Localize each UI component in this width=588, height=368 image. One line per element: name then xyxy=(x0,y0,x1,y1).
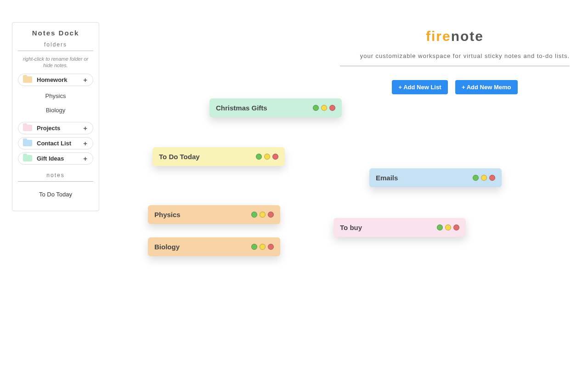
hero: firenote your customizable workspace for… xyxy=(340,29,570,94)
loose-note-todo-today[interactable]: To Do Today xyxy=(18,186,93,202)
sticky-title: To Do Today xyxy=(159,153,200,161)
close-icon[interactable] xyxy=(268,212,274,218)
hero-buttons: + Add New List + Add New Memo xyxy=(340,80,570,94)
minimize-icon[interactable] xyxy=(313,105,319,111)
color-icon[interactable] xyxy=(321,105,327,111)
color-icon[interactable] xyxy=(445,224,451,230)
notes-dock: Notes Dock folders right-click to rename… xyxy=(12,22,99,211)
color-icon[interactable] xyxy=(260,244,266,250)
folder-contact-list[interactable]: Contact List + xyxy=(18,137,93,150)
folder-homework[interactable]: Homework + xyxy=(18,74,93,86)
sticky-title: Biology xyxy=(154,243,180,251)
sticky-title: Emails xyxy=(376,174,398,182)
dock-notes-label: notes xyxy=(18,172,93,178)
folder-label: Contact List xyxy=(37,140,78,147)
sticky-controls xyxy=(437,224,459,230)
color-icon[interactable] xyxy=(264,154,270,160)
close-icon[interactable] xyxy=(453,224,459,230)
folder-gift-ideas[interactable]: Gift Ideas + xyxy=(18,152,93,165)
sticky-note[interactable]: To Do Today xyxy=(153,147,285,166)
sticky-controls xyxy=(251,212,274,218)
dock-hint: right-click to rename folder or hide not… xyxy=(18,56,93,69)
folder-label: Projects xyxy=(37,125,78,132)
close-icon[interactable] xyxy=(329,105,335,111)
add-note-button[interactable]: + xyxy=(82,76,88,83)
brand-logo: firenote xyxy=(340,29,570,44)
folder-homework-children: Physics Biology xyxy=(18,89,93,117)
folder-icon xyxy=(23,125,32,131)
dock-title: Notes Dock xyxy=(18,29,93,37)
close-icon[interactable] xyxy=(489,175,495,181)
sticky-note[interactable]: To buy xyxy=(334,218,466,237)
add-note-button[interactable]: + xyxy=(82,140,88,147)
folder-icon xyxy=(23,76,32,83)
minimize-icon[interactable] xyxy=(251,244,257,250)
divider xyxy=(18,51,93,51)
sticky-controls xyxy=(313,105,335,111)
add-new-memo-button[interactable]: + Add New Memo xyxy=(455,80,518,94)
dock-folders-label: folders xyxy=(18,41,93,48)
sticky-controls xyxy=(256,154,278,160)
divider xyxy=(340,66,570,66)
minimize-icon[interactable] xyxy=(437,224,443,230)
folder-icon xyxy=(23,155,32,161)
color-icon[interactable] xyxy=(481,175,487,181)
sticky-note[interactable]: Christmas Gifts xyxy=(209,98,342,117)
sticky-note[interactable]: Biology xyxy=(148,237,280,256)
folder-child-biology[interactable]: Biology xyxy=(18,103,93,117)
color-icon[interactable] xyxy=(260,212,266,218)
minimize-icon[interactable] xyxy=(473,175,479,181)
sticky-note[interactable]: Physics xyxy=(148,205,280,224)
folder-child-physics[interactable]: Physics xyxy=(18,89,93,103)
minimize-icon[interactable] xyxy=(251,212,257,218)
brand-note: note xyxy=(451,29,484,44)
folder-label: Gift Ideas xyxy=(37,155,78,162)
close-icon[interactable] xyxy=(268,244,274,250)
sticky-title: To buy xyxy=(340,224,362,231)
brand-fire: fire xyxy=(426,29,451,44)
folder-icon xyxy=(23,140,32,146)
add-note-button[interactable]: + xyxy=(82,155,88,162)
sticky-title: Physics xyxy=(154,211,181,218)
sticky-note[interactable]: Emails xyxy=(369,168,502,187)
tagline: your customizable workspace for virtual … xyxy=(340,52,570,59)
folder-projects[interactable]: Projects + xyxy=(18,122,93,134)
divider xyxy=(18,181,93,182)
add-note-button[interactable]: + xyxy=(82,125,88,132)
minimize-icon[interactable] xyxy=(256,154,262,160)
sticky-title: Christmas Gifts xyxy=(216,104,267,112)
add-new-list-button[interactable]: + Add New List xyxy=(392,80,447,94)
sticky-controls xyxy=(251,244,274,250)
close-icon[interactable] xyxy=(272,154,278,160)
folder-label: Homework xyxy=(37,76,78,83)
sticky-controls xyxy=(473,175,495,181)
